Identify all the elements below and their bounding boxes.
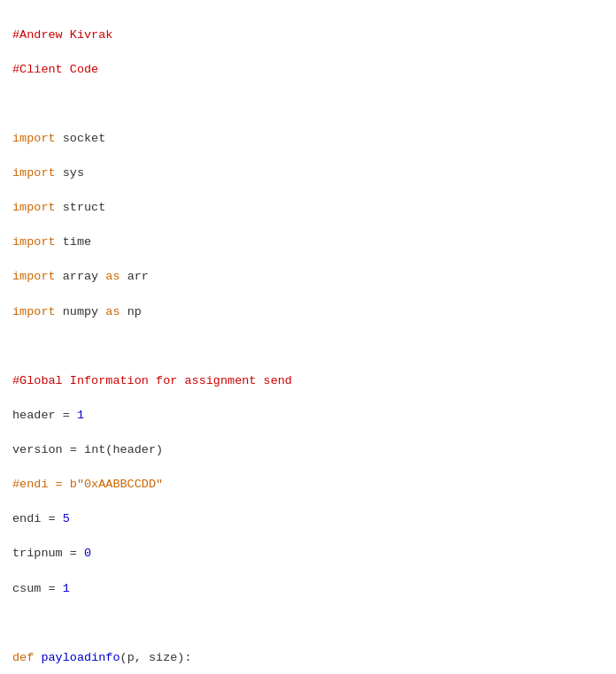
func-payloadinfo: payloadinfo bbox=[41, 651, 119, 664]
kw-import-4: import bbox=[12, 235, 56, 249]
kw-import-2: import bbox=[12, 166, 56, 180]
val-1: 1 bbox=[77, 409, 84, 422]
var-header: header bbox=[12, 409, 56, 422]
kw-as-2: as bbox=[105, 305, 119, 318]
kw-as-1: as bbox=[105, 270, 119, 283]
line-comment-1: #Andrew Kivrak bbox=[12, 28, 112, 42]
var-endi: endi bbox=[12, 512, 41, 525]
kw-def: def bbox=[12, 651, 34, 664]
val-1b: 1 bbox=[63, 582, 70, 595]
var-tripnum: tripnum bbox=[12, 547, 63, 560]
kw-import-6: import bbox=[12, 305, 56, 318]
var-version: version bbox=[12, 443, 63, 456]
line-comment-3b: send bbox=[256, 374, 292, 387]
kw-assignment-comment: assignment bbox=[184, 374, 256, 387]
var-csum: csum bbox=[12, 582, 41, 595]
code-editor: #Andrew Kivrak #Client Code import socke… bbox=[12, 9, 604, 674]
line-comment-3: #Global Information for bbox=[12, 374, 184, 387]
kw-import-1: import bbox=[12, 132, 56, 145]
kw-import-3: import bbox=[12, 201, 56, 214]
kw-import-5: import bbox=[12, 270, 56, 283]
line-comment-4: #endi = b"0xAABBCCDD" bbox=[12, 478, 163, 491]
val-5: 5 bbox=[63, 512, 70, 525]
val-0: 0 bbox=[84, 547, 91, 560]
line-comment-2: #Client Code bbox=[12, 63, 98, 76]
